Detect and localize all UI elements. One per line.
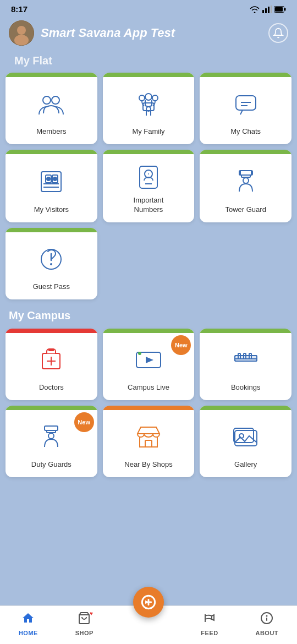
card-my-chats[interactable]: My Chats: [200, 73, 292, 144]
svg-point-37: [50, 263, 52, 265]
card-gallery[interactable]: Gallery: [200, 406, 292, 477]
status-bar: 8:17: [0, 0, 297, 16]
duty-guards-icon: [37, 423, 65, 451]
svg-point-25: [47, 177, 50, 181]
svg-rect-41: [48, 349, 54, 351]
card-important-numbers-label: Important Numbers: [134, 196, 164, 215]
doctors-icon: [37, 346, 65, 374]
nav-about[interactable]: ABOUT: [255, 612, 278, 636]
gallery-icon: [232, 423, 260, 451]
about-icon: [260, 612, 273, 628]
svg-point-8: [17, 26, 26, 35]
guest-pass-icon: [37, 245, 65, 274]
shop-heart-icon: ♥: [90, 610, 93, 616]
card-my-family[interactable]: My Family: [103, 73, 195, 144]
card-gallery-label: Gallery: [234, 460, 257, 470]
my-campus-section: My Campus Doctors N: [0, 305, 297, 483]
svg-point-26: [53, 177, 57, 181]
my-flat-title: My Flat: [6, 52, 292, 73]
status-icons: [250, 6, 286, 13]
svg-rect-55: [145, 440, 152, 447]
card-my-visitors[interactable]: My Visitors: [6, 150, 97, 222]
card-guest-pass[interactable]: Guest Pass: [6, 228, 97, 299]
status-time: 8:17: [11, 4, 28, 14]
tower-guard-icon: [232, 167, 260, 196]
nav-home[interactable]: HOME: [19, 612, 38, 636]
card-guest-pass-label: Guest Pass: [33, 282, 70, 292]
svg-point-15: [145, 94, 152, 100]
nav-feed-label: FEED: [201, 630, 218, 636]
svg-rect-3: [271, 6, 272, 13]
card-nearby-shops-label: Near By Shops: [124, 460, 172, 470]
app-header: Smart Savana App Test: [0, 16, 297, 52]
svg-rect-53: [47, 430, 56, 433]
avatar[interactable]: [9, 20, 34, 46]
campus-live-icon: [134, 346, 163, 374]
bookings-icon: [232, 346, 260, 374]
svg-point-12: [43, 96, 51, 104]
svg-rect-52: [45, 426, 58, 430]
members-icon: [37, 90, 65, 119]
nav-shop-label: SHOP: [75, 630, 94, 636]
battery-icon: [274, 6, 286, 13]
home-icon: [21, 612, 35, 628]
svg-rect-2: [268, 7, 270, 13]
app-title: Smart Savana App Test: [41, 26, 268, 40]
svg-rect-5: [275, 7, 283, 12]
svg-rect-6: [284, 8, 286, 10]
card-bookings-label: Bookings: [231, 383, 260, 392]
card-doctors-label: Doctors: [39, 383, 64, 392]
card-bookings[interactable]: Bookings: [200, 329, 292, 400]
card-nearby-shops[interactable]: Near By Shops: [103, 406, 195, 477]
card-duty-guards-label: Duty Guards: [31, 460, 72, 470]
badge-new-campus-live: New: [171, 335, 191, 355]
card-campus-live-label: Campus Live: [128, 383, 169, 392]
nav-home-label: HOME: [19, 630, 38, 636]
important-numbers-icon: [134, 163, 163, 192]
card-members-label: Members: [36, 127, 66, 137]
svg-point-13: [52, 96, 59, 104]
card-members[interactable]: Members: [6, 73, 97, 144]
svg-point-14: [139, 95, 145, 101]
card-tower-guard-label: Tower Guard: [225, 205, 266, 215]
my-campus-title: My Campus: [6, 305, 292, 329]
card-duty-guards[interactable]: New Duty Guards: [6, 406, 97, 477]
svg-rect-31: [239, 171, 252, 175]
svg-marker-43: [146, 357, 153, 363]
badge-new-duty-guards: New: [74, 412, 94, 432]
card-doctors[interactable]: Doctors: [6, 329, 97, 400]
card-my-visitors-label: My Visitors: [34, 205, 69, 215]
svg-point-11: [278, 29, 279, 30]
card-my-family-label: My Family: [132, 127, 164, 137]
fab-button[interactable]: [133, 587, 164, 618]
svg-point-29: [148, 173, 149, 174]
my-campus-grid: Doctors New Campus Live: [6, 329, 292, 477]
card-campus-live[interactable]: New Campus Live: [103, 329, 195, 400]
card-tower-guard[interactable]: Tower Guard: [200, 150, 292, 222]
nav-feed[interactable]: FEED: [201, 612, 218, 636]
chats-icon: [232, 90, 260, 119]
signal-icon: [262, 6, 272, 13]
wifi-icon: [250, 6, 260, 13]
svg-point-9: [14, 35, 29, 46]
svg-point-33: [243, 178, 249, 183]
nav-about-label: ABOUT: [255, 630, 278, 636]
shop-icon: ♥: [78, 612, 91, 628]
card-important-numbers[interactable]: Important Numbers: [103, 150, 195, 222]
svg-point-16: [152, 95, 158, 101]
nearby-shops-icon: [134, 423, 163, 451]
my-flat-grid: Members: [6, 73, 292, 299]
svg-point-44: [138, 352, 141, 355]
svg-rect-1: [265, 8, 267, 13]
notification-bell[interactable]: [268, 23, 288, 43]
svg-rect-32: [241, 175, 250, 177]
nav-shop[interactable]: ♥ SHOP: [75, 612, 94, 636]
feed-icon: [203, 612, 216, 628]
card-my-chats-label: My Chats: [230, 127, 261, 137]
visitors-icon: [37, 167, 65, 196]
svg-rect-0: [262, 10, 264, 13]
family-icon: [134, 90, 163, 119]
svg-point-54: [48, 433, 54, 439]
my-flat-section: My Flat Members: [0, 52, 297, 305]
